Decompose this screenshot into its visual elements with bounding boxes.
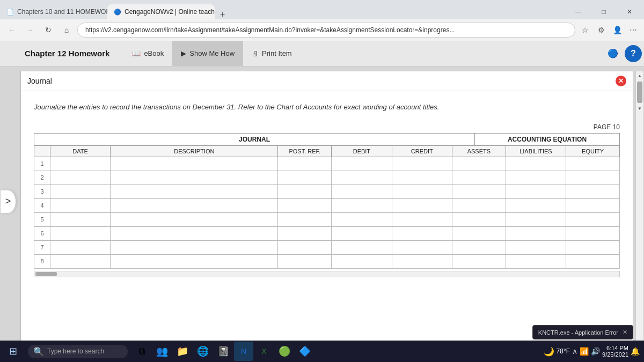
row6-equity[interactable] (566, 226, 620, 240)
tab-show-me-how[interactable]: ▶ Show Me How (172, 41, 243, 66)
row8-liab[interactable] (506, 254, 566, 268)
menu-icon[interactable]: ⋯ (627, 24, 640, 36)
row4-date[interactable] (50, 198, 110, 212)
new-tab-button[interactable]: + (215, 10, 230, 19)
row7-assets[interactable] (452, 240, 506, 254)
row5-date[interactable] (50, 212, 110, 226)
scroll-down-button[interactable]: ▼ (636, 105, 643, 112)
row7-liab[interactable] (506, 240, 566, 254)
network-icon[interactable]: 📶 (580, 347, 589, 356)
row6-desc[interactable] (111, 226, 278, 240)
row6-assets[interactable] (452, 226, 506, 240)
row7-desc[interactable] (111, 240, 278, 254)
taskbar-app-excel[interactable]: X (254, 342, 274, 361)
taskbar-app-teams[interactable]: 👥 (152, 342, 172, 361)
row3-equity[interactable] (566, 184, 620, 198)
row5-desc[interactable] (111, 212, 278, 226)
row2-date[interactable] (50, 171, 110, 184)
home-button[interactable]: ⌂ (59, 23, 74, 38)
row4-desc[interactable] (111, 198, 278, 212)
row5-post[interactable] (278, 212, 332, 226)
row1-desc[interactable] (111, 157, 278, 171)
sidebar-toggle[interactable]: > (0, 190, 16, 213)
row3-desc[interactable] (111, 184, 278, 198)
row4-credit[interactable] (392, 198, 452, 212)
row8-equity[interactable] (566, 254, 620, 268)
row7-credit[interactable] (392, 240, 452, 254)
favorites-icon[interactable]: ☆ (579, 24, 591, 36)
tab-chapters[interactable]: 📄 Chapters 10 and 11 HOMEWOR ✕ (0, 4, 107, 19)
row5-credit[interactable] (392, 212, 452, 226)
row6-date[interactable] (50, 226, 110, 240)
forward-button[interactable]: → (23, 23, 38, 38)
row7-date[interactable] (50, 240, 110, 254)
maximize-button[interactable]: □ (591, 4, 616, 19)
scroll-thumb[interactable] (637, 82, 642, 103)
row3-liab[interactable] (506, 184, 566, 198)
row5-equity[interactable] (566, 212, 620, 226)
row2-credit[interactable] (392, 171, 452, 184)
row4-liab[interactable] (506, 198, 566, 212)
row1-credit[interactable] (392, 157, 452, 171)
h-scroll-thumb[interactable] (35, 272, 57, 276)
row3-credit[interactable] (392, 184, 452, 198)
journal-close-button[interactable]: ✕ (616, 76, 626, 86)
volume-icon[interactable]: 🔊 (591, 347, 600, 356)
refresh-button[interactable]: ↻ (41, 23, 56, 38)
profile-icon[interactable]: 👤 (611, 24, 624, 36)
horizontal-scrollbar[interactable] (34, 271, 620, 277)
row7-post[interactable] (278, 240, 332, 254)
taskbar-app-onenote[interactable]: 📓 (214, 342, 233, 361)
address-bar[interactable] (77, 23, 575, 38)
row2-desc[interactable] (111, 171, 278, 184)
notification-close-button[interactable]: ✕ (623, 329, 627, 336)
row6-credit[interactable] (392, 226, 452, 240)
row1-date[interactable] (50, 157, 110, 171)
row5-assets[interactable] (452, 212, 506, 226)
row8-debit[interactable] (332, 254, 392, 268)
tab-cengage[interactable]: 🔵 CengageNOWv2 | Online teachi ✕ (107, 4, 215, 19)
row2-assets[interactable] (452, 171, 506, 184)
settings-icon[interactable]: ⚙ (595, 24, 608, 36)
row6-debit[interactable] (332, 226, 392, 240)
row8-assets[interactable] (452, 254, 506, 268)
row7-equity[interactable] (566, 240, 620, 254)
row8-post[interactable] (278, 254, 332, 268)
clock[interactable]: 6:14 PM 9/25/2021 (602, 345, 628, 358)
back-button[interactable]: ← (4, 23, 19, 38)
row8-credit[interactable] (392, 254, 452, 268)
taskbar-app-edge2[interactable]: 🔷 (295, 342, 314, 361)
row1-equity[interactable] (566, 157, 620, 171)
row4-equity[interactable] (566, 198, 620, 212)
row1-debit[interactable] (332, 157, 392, 171)
row4-post[interactable] (278, 198, 332, 212)
taskbar-app-files[interactable]: 📁 (173, 342, 192, 361)
row8-date[interactable] (50, 254, 110, 268)
row1-liab[interactable] (506, 157, 566, 171)
header-icon-1[interactable]: 🔵 (603, 44, 623, 63)
vertical-scrollbar[interactable]: ▲ ▼ (635, 71, 644, 358)
row4-debit[interactable] (332, 198, 392, 212)
row5-liab[interactable] (506, 212, 566, 226)
taskbar-app-edge[interactable]: 🌐 (193, 342, 213, 361)
row5-debit[interactable] (332, 212, 392, 226)
row2-post[interactable] (278, 171, 332, 184)
row6-liab[interactable] (506, 226, 566, 240)
taskbar-search[interactable]: 🔍 (28, 345, 128, 358)
tab-ebook[interactable]: 📖 eBook (123, 41, 172, 66)
row3-post[interactable] (278, 184, 332, 198)
row7-debit[interactable] (332, 240, 392, 254)
row3-date[interactable] (50, 184, 110, 198)
taskbar-app-outlook[interactable]: N (234, 342, 253, 361)
search-input[interactable] (47, 348, 122, 355)
row3-debit[interactable] (332, 184, 392, 198)
row2-equity[interactable] (566, 171, 620, 184)
row1-post[interactable] (278, 157, 332, 171)
taskbar-app-chrome[interactable]: 🟢 (275, 342, 294, 361)
taskbar-expand-icon[interactable]: ∧ (572, 347, 577, 356)
row2-debit[interactable] (332, 171, 392, 184)
notification-icon[interactable]: 🔔 (631, 347, 640, 356)
start-button[interactable]: ⊞ (0, 341, 26, 362)
minimize-button[interactable]: — (566, 4, 590, 19)
row8-desc[interactable] (111, 254, 278, 268)
